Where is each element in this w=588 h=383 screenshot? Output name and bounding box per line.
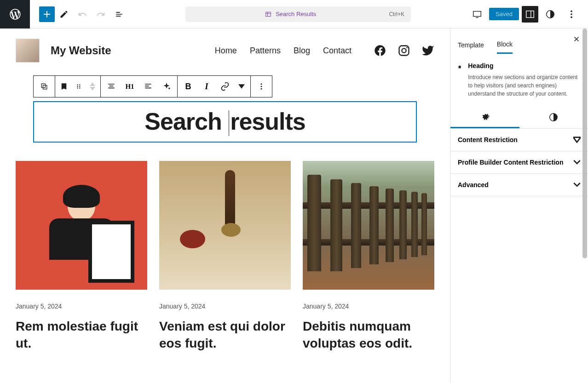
post-featured-image[interactable] xyxy=(303,161,434,290)
panel-advanced[interactable]: Advanced xyxy=(450,174,588,196)
heading-text-after: results xyxy=(230,108,306,135)
undo-button[interactable] xyxy=(73,5,92,23)
svg-point-18 xyxy=(77,86,78,87)
svg-point-13 xyxy=(406,47,408,48)
align-button[interactable] xyxy=(102,76,121,97)
post-date: January 5, 2024 xyxy=(159,303,291,310)
search-label: Search Results xyxy=(276,11,316,17)
block-description: Introduce new sections and organize cont… xyxy=(468,73,581,98)
post-card[interactable]: January 5, 2024 Debitis numquam voluptas… xyxy=(303,161,434,352)
drag-handle-icon[interactable] xyxy=(71,76,86,97)
tab-template[interactable]: Template xyxy=(458,37,484,53)
bold-button[interactable]: B xyxy=(179,76,197,97)
nav-link-blog[interactable]: Blog xyxy=(294,46,310,56)
svg-point-10 xyxy=(571,16,572,18)
svg-point-20 xyxy=(77,87,78,88)
post-card[interactable]: January 5, 2024 Rem molestiae fugit ut. xyxy=(16,161,147,352)
chevron-down-icon xyxy=(573,159,581,166)
svg-point-24 xyxy=(261,88,262,90)
post-title[interactable]: Rem molestiae fugit ut. xyxy=(16,318,147,352)
link-button[interactable] xyxy=(216,76,234,97)
document-overview-button[interactable] xyxy=(110,5,128,23)
search-shortcut: Ctrl+K xyxy=(389,11,404,17)
site-logo[interactable] xyxy=(16,39,40,63)
italic-button[interactable]: I xyxy=(197,76,216,97)
scrollbar-thumb[interactable] xyxy=(582,29,587,258)
nav-link-home[interactable]: Home xyxy=(215,46,237,56)
block-type-name: Heading xyxy=(468,62,581,69)
svg-rect-5 xyxy=(526,11,534,17)
select-parent-button[interactable] xyxy=(35,76,53,97)
svg-point-19 xyxy=(79,86,80,87)
save-button[interactable]: Saved xyxy=(489,8,519,20)
post-title[interactable]: Veniam est qui dolor eos fugit. xyxy=(159,318,291,352)
panel-content-restriction[interactable]: Content Restriction xyxy=(450,129,588,151)
posts-grid: January 5, 2024 Rem molestiae fugit ut. … xyxy=(16,161,434,352)
wordpress-logo[interactable] xyxy=(0,0,30,29)
svg-point-22 xyxy=(261,83,262,85)
redo-button[interactable] xyxy=(92,5,110,23)
top-toolbar: Search Results Ctrl+K Saved xyxy=(0,0,588,29)
site-header: My Website Home Patterns Blog Contact xyxy=(16,39,434,63)
ai-sparkle-button[interactable] xyxy=(157,76,176,97)
facebook-icon[interactable] xyxy=(374,44,386,57)
post-card[interactable]: January 5, 2024 Veniam est qui dolor eos… xyxy=(159,161,291,352)
heading-block[interactable]: Search results xyxy=(33,101,417,143)
post-date: January 5, 2024 xyxy=(16,303,147,310)
svg-rect-3 xyxy=(473,11,481,16)
svg-point-8 xyxy=(571,10,572,12)
svg-point-16 xyxy=(77,84,78,85)
add-block-button[interactable] xyxy=(39,6,55,22)
chevron-down-icon xyxy=(573,136,581,143)
panel-profile-builder[interactable]: Profile Builder Content Restriction xyxy=(450,151,588,174)
nav-link-patterns[interactable]: Patterns xyxy=(250,46,281,56)
post-featured-image[interactable] xyxy=(16,161,147,290)
text-cursor xyxy=(229,110,229,136)
post-date: January 5, 2024 xyxy=(303,303,434,310)
settings-panel-button[interactable] xyxy=(522,6,538,23)
twitter-icon[interactable] xyxy=(421,44,434,57)
post-title[interactable]: Debitis numquam voluptas eos odit. xyxy=(303,318,434,352)
svg-rect-15 xyxy=(43,86,47,89)
settings-sidebar: Template Block Heading Introduce new sec… xyxy=(450,29,588,383)
heading-block-icon xyxy=(458,62,461,72)
block-toolbar: H1 B I xyxy=(33,75,272,97)
styles-button[interactable] xyxy=(541,5,559,23)
svg-point-12 xyxy=(402,48,406,52)
heading-level-button[interactable]: H1 xyxy=(121,76,139,97)
tab-block[interactable]: Block xyxy=(497,36,513,54)
post-featured-image[interactable] xyxy=(159,161,291,290)
block-options-button[interactable] xyxy=(252,76,271,97)
site-title[interactable]: My Website xyxy=(51,44,111,57)
settings-tab-settings[interactable] xyxy=(450,106,519,128)
command-search[interactable]: Search Results Ctrl+K xyxy=(128,6,468,22)
more-formatting-button[interactable] xyxy=(234,76,249,97)
move-arrows[interactable] xyxy=(86,82,99,91)
editor-canvas[interactable]: My Website Home Patterns Blog Contact xyxy=(0,29,450,383)
edit-tool-button[interactable] xyxy=(55,5,73,23)
close-sidebar-button[interactable] xyxy=(572,35,581,45)
svg-rect-0 xyxy=(266,12,271,16)
svg-point-9 xyxy=(571,13,572,15)
block-type-icon[interactable] xyxy=(57,76,71,97)
instagram-icon[interactable] xyxy=(398,44,410,57)
chevron-down-icon xyxy=(573,181,581,189)
settings-tab-styles[interactable] xyxy=(519,106,588,128)
nav-link-contact[interactable]: Contact xyxy=(323,46,352,56)
heading-text-before: Search xyxy=(144,108,228,135)
more-options-button[interactable] xyxy=(562,5,581,23)
svg-point-23 xyxy=(261,86,262,87)
svg-rect-14 xyxy=(41,84,45,87)
view-button[interactable] xyxy=(468,5,486,23)
text-align-button[interactable] xyxy=(139,76,157,97)
svg-point-17 xyxy=(79,84,80,85)
svg-point-21 xyxy=(79,87,80,88)
